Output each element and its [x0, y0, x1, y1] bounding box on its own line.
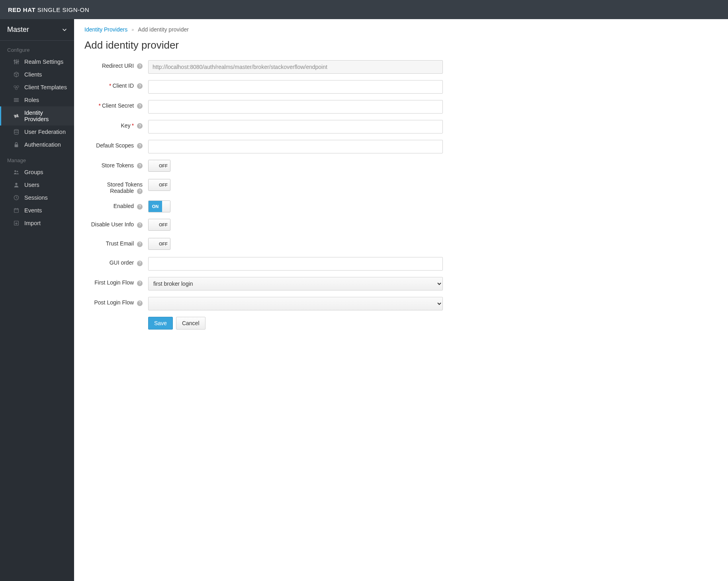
save-button[interactable]: Save [148, 317, 173, 330]
toggle-on-label: ON [149, 201, 162, 212]
import-icon [13, 220, 20, 226]
users-icon [13, 169, 20, 175]
sidebar-section-manage: Manage [0, 151, 74, 166]
cubes-icon [13, 84, 20, 90]
help-icon[interactable]: ? [137, 63, 143, 69]
breadcrumb-current: Add identity provider [138, 26, 189, 33]
exchange-icon [13, 113, 20, 119]
sidebar-item-label: Identity Providers [24, 110, 67, 122]
toggle-off-label: OFF [157, 160, 170, 171]
disable-user-info-toggle[interactable]: OFF [148, 219, 170, 231]
client-secret-input[interactable] [148, 100, 443, 114]
stored-tokens-readable-toggle[interactable]: OFF [148, 179, 170, 191]
brand-light: SINGLE SIGN-ON [35, 6, 89, 13]
label-post-login-flow: Post Login Flow ? [84, 297, 148, 306]
help-icon[interactable]: ? [137, 204, 143, 210]
sidebar-item-sessions[interactable]: Sessions [0, 191, 74, 204]
sidebar-item-label: Client Templates [24, 84, 67, 90]
help-icon[interactable]: ? [137, 241, 143, 247]
trust-email-toggle[interactable]: OFF [148, 238, 170, 250]
toggle-handle [149, 160, 157, 171]
svg-rect-5 [17, 61, 19, 62]
realm-selector-label: Master [7, 26, 29, 34]
sidebar-item-user-federation[interactable]: User Federation [0, 126, 74, 138]
svg-rect-4 [15, 62, 17, 63]
help-icon[interactable]: ? [137, 188, 143, 194]
label-stored-tokens-readable: Stored Tokens Readable ? [84, 179, 148, 194]
svg-point-9 [14, 130, 19, 131]
toggle-handle [162, 201, 170, 212]
redirect-uri-field[interactable]: http://localhost:8080/auth/realms/master… [148, 60, 443, 74]
sidebar-item-label: Sessions [24, 194, 48, 201]
label-key: Key* ? [84, 120, 148, 129]
brand: RED HAT SINGLE SIGN-ON [8, 6, 89, 13]
sidebar-item-realm-settings[interactable]: Realm Settings [0, 55, 74, 68]
svg-point-13 [15, 183, 17, 185]
label-trust-email: Trust Email ? [84, 238, 148, 247]
sidebar-item-import[interactable]: Import [0, 217, 74, 230]
calendar-icon [13, 207, 20, 214]
first-login-flow-select[interactable]: first broker login [148, 277, 443, 290]
sidebar-item-label: Groups [24, 169, 43, 175]
breadcrumb: Identity Providers » Add identity provid… [84, 26, 718, 33]
svg-point-11 [14, 170, 16, 172]
help-icon[interactable]: ? [137, 261, 143, 266]
default-scopes-input[interactable] [148, 140, 443, 153]
help-icon[interactable]: ? [137, 281, 143, 286]
clock-icon [13, 194, 20, 201]
label-gui-order: GUI order ? [84, 257, 148, 266]
sidebar-item-label: Clients [24, 71, 42, 78]
sidebar-item-events[interactable]: Events [0, 204, 74, 217]
toggle-off-label: OFF [157, 179, 170, 190]
top-header: RED HAT SINGLE SIGN-ON [0, 0, 728, 19]
user-icon [13, 182, 20, 188]
svg-rect-3 [14, 61, 16, 61]
key-input[interactable] [148, 120, 443, 133]
sidebar: Master Configure Realm SettingsClientsCl… [0, 19, 74, 581]
sidebar-item-roles[interactable]: Roles [0, 94, 74, 106]
sidebar-item-identity-providers[interactable]: Identity Providers [0, 106, 74, 126]
chevron-down-icon [62, 27, 67, 32]
help-icon[interactable]: ? [137, 123, 143, 129]
main-content: Identity Providers » Add identity provid… [74, 19, 728, 581]
sidebar-item-clients[interactable]: Clients [0, 68, 74, 81]
client-id-input[interactable] [148, 80, 443, 94]
help-icon[interactable]: ? [137, 300, 143, 306]
page-title: Add identity provider [84, 39, 718, 51]
brand-bold: RED HAT [8, 6, 35, 13]
help-icon[interactable]: ? [137, 163, 143, 169]
cube-icon [13, 71, 20, 78]
svg-rect-6 [14, 98, 19, 99]
toggle-handle [149, 219, 157, 230]
enabled-toggle[interactable]: ON [148, 200, 170, 212]
realm-selector[interactable]: Master [0, 19, 74, 41]
sidebar-item-authentication[interactable]: Authentication [0, 138, 74, 151]
post-login-flow-select[interactable] [148, 297, 443, 310]
help-icon[interactable]: ? [137, 103, 143, 109]
sidebar-item-client-templates[interactable]: Client Templates [0, 81, 74, 94]
sidebar-item-groups[interactable]: Groups [0, 166, 74, 179]
svg-rect-1 [16, 59, 17, 64]
sidebar-item-label: Authentication [24, 141, 61, 148]
gui-order-input[interactable] [148, 257, 443, 271]
sidebar-item-label: User Federation [24, 129, 66, 135]
lock-icon [13, 141, 20, 148]
svg-rect-7 [14, 100, 19, 100]
svg-point-12 [17, 171, 18, 173]
label-default-scopes: Default Scopes ? [84, 140, 148, 149]
cancel-button[interactable]: Cancel [176, 317, 205, 330]
label-redirect-uri: Redirect URI ? [84, 60, 148, 69]
sidebar-item-label: Roles [24, 97, 39, 103]
list-icon [13, 97, 20, 103]
store-tokens-toggle[interactable]: OFF [148, 160, 170, 172]
label-client-id: *Client ID ? [84, 80, 148, 89]
sidebar-item-users[interactable]: Users [0, 179, 74, 191]
toggle-handle [149, 179, 157, 190]
sidebar-item-label: Import [24, 220, 41, 226]
help-icon[interactable]: ? [137, 222, 143, 228]
sidebar-item-label: Events [24, 207, 42, 214]
label-client-secret: *Client Secret ? [84, 100, 148, 109]
help-icon[interactable]: ? [137, 83, 143, 89]
breadcrumb-link-identity-providers[interactable]: Identity Providers [84, 26, 127, 33]
help-icon[interactable]: ? [137, 143, 143, 149]
